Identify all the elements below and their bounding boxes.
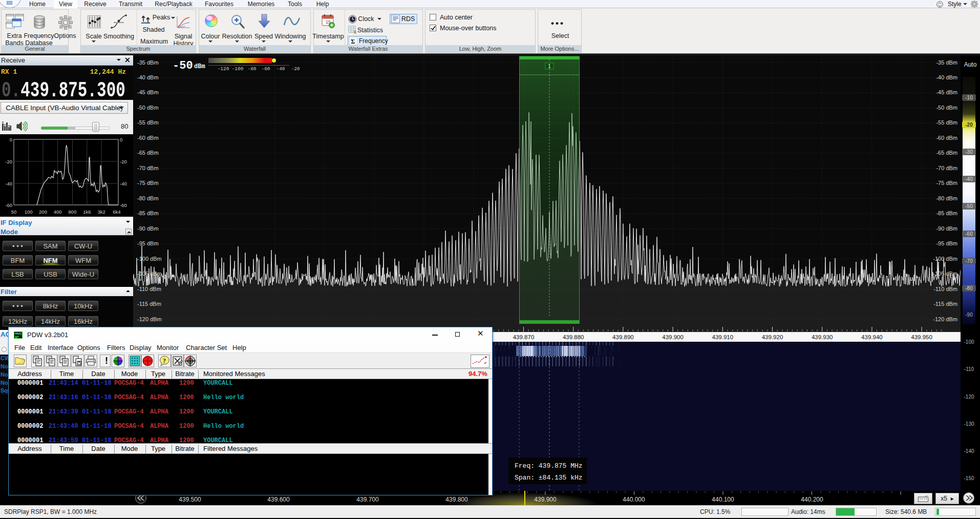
svg-text:Σ: Σ bbox=[351, 37, 355, 45]
svg-text:-95 dBm: -95 dBm bbox=[137, 240, 159, 246]
svg-text:6k4: 6k4 bbox=[113, 209, 120, 215]
svg-text:-75 dBm: -75 dBm bbox=[137, 180, 159, 186]
svg-text:-40: -40 bbox=[276, 66, 285, 72]
svg-text:-65 dBm: -65 dBm bbox=[936, 150, 957, 156]
svg-text:dBm: dBm bbox=[194, 63, 205, 70]
svg-text:439.880: 439.880 bbox=[563, 334, 584, 340]
svg-text:-20: -20 bbox=[5, 159, 12, 164]
svg-text:50: 50 bbox=[11, 209, 17, 215]
svg-text:-50 dBm: -50 dBm bbox=[936, 105, 957, 111]
svg-text:?: ? bbox=[163, 357, 166, 364]
svg-text:-65 dBm: -65 dBm bbox=[137, 150, 159, 156]
svg-text:439.950: 439.950 bbox=[911, 334, 932, 340]
svg-text:-20: -20 bbox=[120, 159, 127, 164]
svg-text:-115 dBm: -115 dBm bbox=[137, 301, 161, 307]
svg-text:-100 dBm: -100 dBm bbox=[933, 256, 957, 262]
svg-text:-70 dBm: -70 dBm bbox=[137, 165, 159, 171]
svg-text:-50 dBm: -50 dBm bbox=[137, 105, 159, 111]
svg-text:200: 200 bbox=[39, 209, 47, 215]
svg-text:-120 dBm: -120 dBm bbox=[137, 316, 162, 322]
svg-text:439.910: 439.910 bbox=[712, 334, 734, 340]
svg-text:-60 dBm: -60 dBm bbox=[137, 135, 159, 141]
svg-text:1: 1 bbox=[548, 64, 551, 69]
svg-text:439.900: 439.900 bbox=[662, 334, 684, 340]
svg-text:-80: -80 bbox=[247, 66, 256, 72]
svg-text:-100: -100 bbox=[232, 66, 244, 72]
svg-text:439.890: 439.890 bbox=[612, 334, 634, 340]
svg-text:-35 dBm: -35 dBm bbox=[137, 59, 159, 66]
svg-text:439.940: 439.940 bbox=[861, 334, 883, 340]
svg-text:-60: -60 bbox=[261, 66, 270, 72]
svg-text:-120 dBm: -120 dBm bbox=[933, 316, 957, 322]
svg-text:-85 dBm: -85 dBm bbox=[137, 210, 159, 216]
svg-text:-35 dBm: -35 dBm bbox=[936, 59, 957, 66]
svg-text:-60: -60 bbox=[120, 202, 127, 208]
svg-text:400: 400 bbox=[54, 209, 62, 215]
svg-text:-85 dBm: -85 dBm bbox=[936, 210, 957, 216]
svg-text:0: 0 bbox=[120, 137, 122, 142]
svg-text:-60: -60 bbox=[5, 202, 12, 208]
svg-text:-20: -20 bbox=[291, 66, 300, 72]
svg-text:-105 dBm: -105 dBm bbox=[933, 271, 957, 277]
svg-text:-100 dBm: -100 dBm bbox=[137, 256, 162, 262]
svg-text:439.920: 439.920 bbox=[762, 334, 783, 340]
svg-text:-90 dBm: -90 dBm bbox=[936, 225, 957, 232]
svg-text:Freq: 439.875 MHz: Freq: 439.875 MHz bbox=[515, 462, 583, 470]
svg-text:-50: -50 bbox=[173, 59, 193, 72]
svg-text:439.930: 439.930 bbox=[812, 334, 833, 340]
svg-text:-80 dBm: -80 dBm bbox=[137, 195, 159, 201]
svg-text:-105 dBm: -105 dBm bbox=[137, 271, 162, 277]
svg-text:-75 dBm: -75 dBm bbox=[936, 180, 957, 186]
svg-text:100: 100 bbox=[25, 209, 33, 215]
svg-text:439.870: 439.870 bbox=[513, 334, 535, 340]
svg-text:-55 dBm: -55 dBm bbox=[936, 119, 957, 126]
svg-text:Span: ±84.135 kHz: Span: ±84.135 kHz bbox=[515, 474, 583, 482]
svg-text:-90 dBm: -90 dBm bbox=[137, 225, 159, 232]
svg-text:-95 dBm: -95 dBm bbox=[936, 240, 957, 246]
svg-text:-40: -40 bbox=[120, 181, 127, 186]
svg-text:-110 dBm: -110 dBm bbox=[137, 286, 161, 292]
svg-text:800: 800 bbox=[69, 209, 77, 215]
svg-text:-115 dBm: -115 dBm bbox=[933, 301, 957, 307]
svg-text:1k6: 1k6 bbox=[83, 209, 91, 215]
svg-text:-110 dBm: -110 dBm bbox=[933, 286, 957, 292]
svg-text:0: 0 bbox=[10, 137, 12, 142]
svg-text:-120: -120 bbox=[218, 66, 229, 72]
svg-text:-40 dBm: -40 dBm bbox=[137, 74, 159, 80]
svg-text:-40 dBm: -40 dBm bbox=[936, 74, 957, 80]
svg-text:-45 dBm: -45 dBm bbox=[936, 89, 957, 95]
svg-text:-55 dBm: -55 dBm bbox=[137, 119, 159, 126]
svg-text:-40: -40 bbox=[5, 181, 12, 186]
svg-text:-60 dBm: -60 dBm bbox=[936, 135, 957, 141]
svg-text:-45 dBm: -45 dBm bbox=[137, 89, 159, 95]
svg-text:-80 dBm: -80 dBm bbox=[936, 195, 957, 201]
svg-text:3k2: 3k2 bbox=[97, 209, 105, 215]
svg-text:-70 dBm: -70 dBm bbox=[936, 165, 957, 171]
